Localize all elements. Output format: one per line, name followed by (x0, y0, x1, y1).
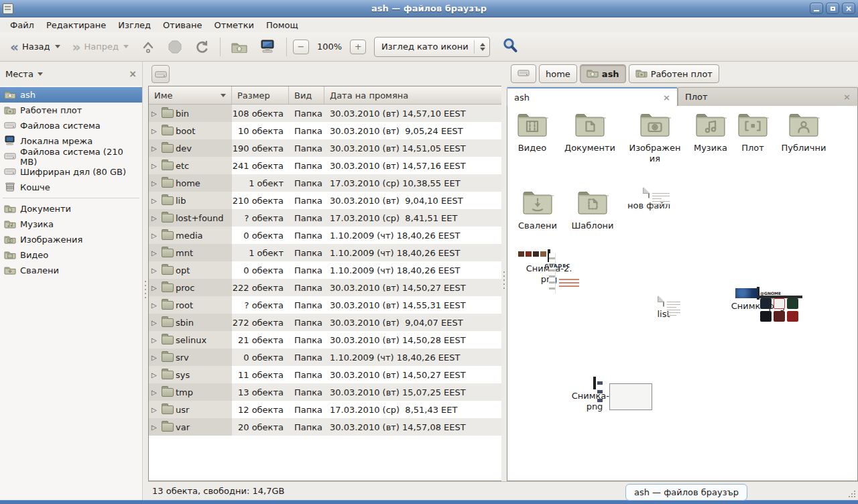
expander-icon[interactable]: ▷ (151, 302, 160, 309)
tree-root-button[interactable] (151, 65, 170, 83)
column-header-type[interactable]: Вид (289, 86, 324, 104)
icon-view-item[interactable]: нов файл (624, 188, 674, 211)
zoom-out-button[interactable]: − (293, 40, 309, 54)
expander-icon[interactable]: ▷ (151, 371, 160, 379)
expander-icon[interactable]: ▷ (151, 389, 160, 396)
table-row[interactable]: ▷ etc 241 обекта Папка 30.03.2010 (вт) 1… (149, 157, 501, 174)
icon-view-item[interactable]: list (640, 296, 687, 320)
expander-icon[interactable]: ▷ (151, 214, 160, 222)
column-header-modified[interactable]: Дата на промяна (324, 86, 501, 104)
restore-button[interactable] (826, 3, 839, 14)
table-row[interactable]: ▷ sbin 272 обекта Папка 30.03.2010 (вт) … (149, 314, 501, 331)
expander-icon[interactable]: ▷ (151, 267, 160, 274)
table-row[interactable]: ▷ media 0 обекта Папка 1.10.2009 (чт) 18… (149, 227, 501, 244)
sidebar-title[interactable]: Места (5, 69, 34, 79)
table-row[interactable]: ▷ proc 222 обекта Папка 30.03.2010 (вт) … (149, 279, 501, 296)
expander-icon[interactable]: ▷ (151, 319, 160, 326)
expander-icon[interactable]: ▷ (151, 406, 160, 414)
pane-splitter[interactable] (501, 62, 507, 481)
table-row[interactable]: ▷ var 20 обекта Папка 30.03.2010 (вт) 14… (149, 418, 501, 436)
sidebar-splitter[interactable] (143, 62, 148, 500)
table-row[interactable]: ▷ opt 0 обекта Папка 1.10.2009 (чт) 18,4… (149, 261, 501, 279)
icon-view-item[interactable]: Шаблони (568, 190, 617, 231)
table-row[interactable]: ▷ srv 0 обекта Папка 1.10.2009 (чт) 18,4… (149, 349, 501, 366)
reload-button[interactable] (190, 36, 214, 58)
expander-icon[interactable]: ▷ (151, 354, 160, 361)
chevron-down-icon[interactable] (38, 72, 43, 76)
sidebar-item[interactable]: Работен плот (0, 103, 142, 118)
icon-view[interactable]: Видео Документи Изображен ия Музика Плот… (507, 106, 858, 481)
tab-close-icon[interactable]: × (843, 92, 851, 102)
icon-view-item[interactable]: Изображен ия (628, 113, 682, 165)
table-row[interactable]: ▷ bin 108 обекта Папка 30.03.2010 (вт) 1… (149, 105, 501, 122)
expander-icon[interactable]: ▷ (151, 145, 160, 152)
table-row[interactable]: ▷ home 1 обект Папка 17.03.2010 (ср) 10,… (149, 174, 501, 192)
sidebar-item[interactable]: Кошче (0, 180, 142, 195)
resize-grip[interactable] (848, 490, 856, 498)
path-button[interactable] (511, 64, 536, 83)
forward-button[interactable]: » Напред (68, 38, 133, 55)
sidebar-item[interactable]: Файлова система (210 MB) (0, 149, 142, 164)
view-mode-spinner-icon[interactable] (480, 43, 485, 51)
expander-icon[interactable]: ▷ (151, 180, 160, 187)
expander-icon[interactable]: ▷ (151, 284, 160, 292)
icon-view-item[interactable]: Свалени (513, 190, 562, 231)
icon-view-item[interactable]: Музика (686, 113, 735, 153)
menu-item-6[interactable]: Помощ (260, 19, 304, 32)
column-header-name[interactable]: Име (149, 86, 232, 104)
up-button[interactable] (136, 37, 160, 57)
sidebar-item[interactable]: Документи (0, 201, 142, 216)
taskbar-window-button[interactable]: ash — файлов браузър (625, 484, 747, 501)
sidebar-item[interactable]: Свалени (0, 263, 142, 278)
table-row[interactable]: ▷ tmp 13 обекта Папка 30.03.2010 (вт) 15… (149, 383, 501, 401)
icon-view-item[interactable]: Документи (564, 113, 615, 153)
icon-view-item[interactable]: Снимка-1. png (557, 378, 632, 413)
tab[interactable]: Плот × (678, 87, 858, 106)
icon-view-item[interactable]: @GNOME Store Снимка.png (721, 288, 796, 312)
table-row[interactable]: ▷ sys 11 обекта Папка 30.03.2010 (вт) 14… (149, 366, 501, 383)
home-button[interactable] (227, 37, 252, 56)
view-mode-select[interactable]: Изглед като икони (374, 37, 490, 57)
close-button[interactable]: × (842, 3, 855, 14)
minimize-button[interactable] (810, 3, 823, 14)
table-row[interactable]: ▷ dev 190 обекта Папка 30.03.2010 (вт) 1… (149, 139, 501, 157)
table-row[interactable]: ▷ root ? обекта Папка 30.03.2010 (вт) 14… (149, 296, 501, 314)
tab[interactable]: ash × (507, 87, 678, 106)
expander-icon[interactable]: ▷ (151, 110, 160, 117)
menu-item-3[interactable]: Изглед (112, 19, 157, 32)
menu-item-5[interactable]: Отметки (208, 19, 259, 32)
zoom-in-button[interactable]: + (350, 40, 366, 54)
sidebar-item[interactable]: Файлова система (0, 118, 142, 133)
stop-button[interactable] (163, 36, 187, 58)
expander-icon[interactable]: ▷ (151, 232, 160, 239)
computer-button[interactable] (255, 36, 280, 57)
menu-item-1[interactable]: Файл (4, 19, 40, 32)
table-row[interactable]: ▷ boot 10 обекта Папка 30.03.2010 (вт) 9… (149, 122, 501, 139)
sidebar-item[interactable]: Шифриран дял (80 GB) (0, 164, 142, 180)
icon-view-item[interactable]: Публични (779, 113, 829, 153)
back-button[interactable]: « Назад (5, 38, 65, 55)
table-row[interactable]: ▷ mnt 1 обект Папка 1.10.2009 (чт) 18,40… (149, 244, 501, 261)
sidebar-item[interactable]: Видео (0, 247, 142, 263)
table-row[interactable]: ▷ lib 210 обекта Папка 30.03.2010 (вт) 9… (149, 192, 501, 209)
expander-icon[interactable]: ▷ (151, 162, 160, 170)
back-dropdown-icon[interactable] (55, 45, 60, 48)
icon-view-item[interactable]: Видео (509, 113, 556, 153)
expander-icon[interactable]: ▷ (151, 127, 160, 135)
expander-icon[interactable]: ▷ (151, 424, 160, 431)
expander-icon[interactable]: ▷ (151, 197, 160, 204)
table-row[interactable]: ▷ lost+found ? обекта Папка 17.03.2010 (… (149, 209, 501, 227)
table-row[interactable]: ▷ selinux 21 обекта Папка 30.03.2010 (вт… (149, 331, 501, 349)
table-row[interactable]: ▷ usr 12 обекта Папка 17.03.2010 (ср) 8,… (149, 401, 501, 418)
path-button[interactable]: home (539, 64, 577, 83)
search-button[interactable] (499, 35, 521, 58)
tab-close-icon[interactable]: × (663, 92, 670, 103)
sidebar-item[interactable]: ash (0, 87, 142, 103)
sidebar-item[interactable]: Изображения (0, 232, 142, 247)
sidebar-close-icon[interactable]: × (129, 68, 137, 79)
path-button[interactable]: ash (580, 64, 626, 83)
column-header-size[interactable]: Размер (232, 86, 289, 104)
menu-item-2[interactable]: Редактиране (40, 19, 112, 32)
expander-icon[interactable]: ▷ (151, 336, 160, 344)
menu-item-4[interactable]: Отиване (157, 19, 208, 32)
